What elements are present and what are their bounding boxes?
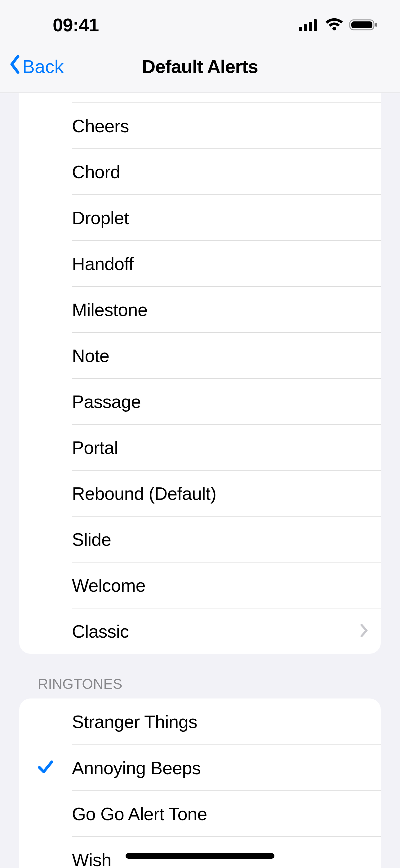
list-item[interactable]: Portal <box>19 424 381 470</box>
status-time: 09:41 <box>53 14 99 36</box>
svg-rect-3 <box>314 19 317 31</box>
tone-label: Droplet <box>72 207 129 228</box>
svg-rect-0 <box>299 27 302 31</box>
classic-tones-row[interactable]: Classic <box>19 608 381 654</box>
list-item[interactable]: Rebound (Default) <box>19 470 381 516</box>
tone-label: Portal <box>72 437 118 458</box>
back-button[interactable]: Back <box>9 54 64 79</box>
list-item[interactable]: Stranger Things <box>19 699 381 744</box>
row-leading <box>19 744 72 790</box>
svg-rect-6 <box>375 23 377 27</box>
ringtone-label: Go Go Alert Tone <box>72 803 207 824</box>
chevron-right-icon <box>360 623 368 639</box>
row-leading <box>19 102 72 148</box>
list-item[interactable]: Droplet <box>19 194 381 240</box>
list-item[interactable]: Handoff <box>19 240 381 286</box>
row-leading <box>19 836 72 868</box>
home-indicator[interactable] <box>126 853 274 859</box>
row-leading <box>19 516 72 562</box>
row-leading <box>19 699 72 744</box>
battery-icon <box>349 18 378 32</box>
list-item[interactable]: Milestone <box>19 286 381 332</box>
list-item[interactable]: Cheers <box>19 102 381 148</box>
alert-tones-section: Cheers Chord Droplet Handoff <box>19 93 381 654</box>
list-item[interactable]: Chord <box>19 148 381 194</box>
ringtone-label: Annoying Beeps <box>72 757 201 778</box>
row-leading <box>19 470 72 516</box>
tone-label: Classic <box>72 621 129 642</box>
tone-label: Slide <box>72 529 111 550</box>
checkmark-icon <box>37 758 54 777</box>
back-label: Back <box>22 56 64 77</box>
list-item[interactable] <box>19 93 381 102</box>
row-leading <box>19 608 72 654</box>
tone-label: Welcome <box>72 575 145 596</box>
row-leading <box>19 378 72 424</box>
content: Cheers Chord Droplet Handoff <box>0 93 400 868</box>
list-item[interactable]: Passage <box>19 378 381 424</box>
chevron-left-icon <box>9 54 22 79</box>
svg-rect-1 <box>304 24 307 31</box>
navigation-bar: Back Default Alerts <box>0 40 400 93</box>
row-leading <box>19 194 72 240</box>
tone-label: Note <box>72 345 109 366</box>
row-leading <box>19 790 72 836</box>
svg-rect-5 <box>351 22 372 28</box>
tone-label: Milestone <box>72 299 147 320</box>
list-item[interactable]: Wish <box>19 836 381 868</box>
row-leading <box>19 240 72 286</box>
list-item[interactable]: Annoying Beeps <box>19 744 381 790</box>
tone-label: Handoff <box>72 253 134 274</box>
ringtone-label: Wish <box>72 849 111 868</box>
row-leading <box>19 424 72 470</box>
tone-label: Cheers <box>72 116 129 136</box>
row-leading <box>19 148 72 194</box>
tone-label: Rebound (Default) <box>72 483 216 504</box>
row-leading <box>19 562 72 608</box>
list-item[interactable]: Note <box>19 332 381 378</box>
wifi-icon <box>325 18 343 32</box>
svg-rect-2 <box>309 22 312 31</box>
status-icons <box>299 18 378 32</box>
row-leading <box>19 286 72 332</box>
list-item[interactable]: Welcome <box>19 562 381 608</box>
section-header-ringtones: RINGTONES <box>38 676 381 692</box>
list-item[interactable]: Slide <box>19 516 381 562</box>
ringtone-label: Stranger Things <box>72 711 197 732</box>
tone-label: Passage <box>72 391 141 412</box>
ringtones-section: Stranger Things Annoying Beeps Go Go Ale… <box>19 699 381 868</box>
cellular-signal-icon <box>299 18 320 32</box>
row-leading <box>19 332 72 378</box>
status-bar: 09:41 <box>0 0 400 40</box>
page-title: Default Alerts <box>142 56 258 77</box>
tone-label: Chord <box>72 161 120 182</box>
list-item[interactable]: Go Go Alert Tone <box>19 790 381 836</box>
